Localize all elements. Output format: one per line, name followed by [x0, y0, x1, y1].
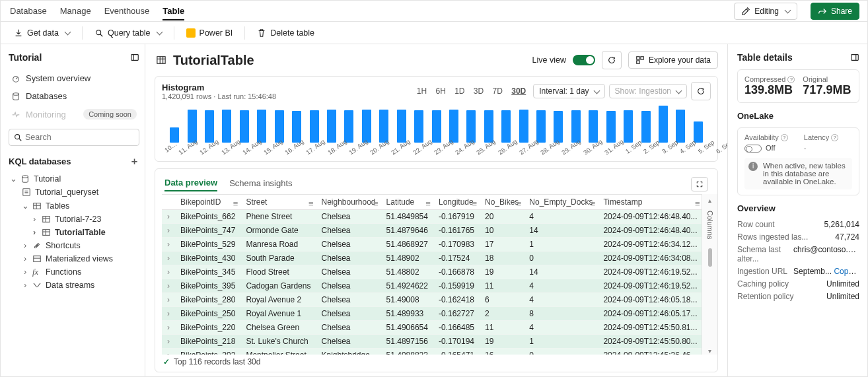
explore-data-button[interactable]: Explore your data [628, 51, 718, 69]
expand-row-icon[interactable]: › [162, 335, 175, 349]
histogram-bar[interactable] [310, 110, 319, 143]
histogram-bar[interactable] [222, 110, 231, 143]
column-menu-icon[interactable]: ≡ [308, 199, 314, 209]
histogram-bar[interactable] [501, 110, 511, 143]
histogram-bar[interactable] [188, 110, 197, 143]
expand-row-icon[interactable]: › [162, 210, 175, 224]
column-header[interactable]: Neighbourhood≡ [316, 195, 380, 210]
fullscreen-button[interactable] [691, 177, 708, 191]
time-range-picker[interactable]: 1H 6H 1D 3D 7D 30D [414, 86, 529, 96]
expand-row-icon[interactable]: › [162, 321, 175, 335]
column-menu-icon[interactable]: ≡ [517, 199, 522, 209]
deletetable-button[interactable]: Delete table [252, 26, 320, 40]
share-button[interactable]: Share [811, 3, 859, 20]
histogram-bar[interactable] [379, 110, 388, 143]
expand-row-icon[interactable]: › [162, 238, 175, 252]
editing-button[interactable]: Editing [734, 3, 797, 20]
histogram-bar[interactable] [205, 110, 214, 143]
info-icon[interactable]: ? [831, 134, 838, 141]
histogram-bar[interactable] [676, 110, 685, 143]
tree-tables[interactable]: ⌄ Tables [9, 199, 139, 213]
tab-manage[interactable]: Manage [60, 2, 91, 20]
histogram-bar[interactable] [641, 111, 651, 143]
expand-row-icon[interactable]: › [162, 265, 175, 279]
nav-system-overview[interactable]: System overview [9, 69, 139, 87]
info-icon[interactable]: ? [787, 76, 795, 83]
tree-functions[interactable]: › fx Functions [9, 265, 139, 279]
collapse-icon[interactable] [130, 53, 139, 62]
liveview-toggle[interactable] [573, 55, 595, 65]
column-menu-icon[interactable]: ≡ [425, 199, 431, 209]
tab-data-preview[interactable]: Data preview [164, 178, 217, 191]
column-menu-icon[interactable]: ≡ [472, 199, 477, 209]
refresh-button[interactable] [602, 51, 622, 69]
histogram-bar[interactable] [432, 110, 441, 143]
column-header[interactable]: Longitude≡ [433, 195, 480, 210]
histogram-bar[interactable] [449, 110, 458, 143]
expand-row-icon[interactable]: › [162, 349, 175, 355]
expand-row-icon[interactable]: › [162, 224, 175, 238]
sidebar-search[interactable] [9, 129, 139, 146]
availability-toggle[interactable] [744, 145, 762, 153]
histogram-bar[interactable] [240, 110, 249, 143]
table-row[interactable]: ›BikePoints_220Chelsea GreenChelsea51.49… [162, 321, 717, 335]
show-dropdown[interactable]: Show: Ingestion [609, 84, 687, 98]
column-header[interactable]: No_Bikes≡ [480, 195, 524, 210]
expand-row-icon[interactable]: › [162, 279, 175, 293]
histogram-bar[interactable] [344, 110, 353, 143]
tab-database[interactable]: Database [10, 2, 47, 20]
tab-schema-insights[interactable]: Schema insights [229, 178, 292, 191]
interval-dropdown[interactable]: Interval: 1 day [533, 84, 604, 98]
table-row[interactable]: ›BikePoints_292Montpelier StreetKnightsb… [162, 349, 717, 355]
histogram-bar[interactable] [327, 110, 336, 143]
querytable-button[interactable]: Query table [89, 26, 167, 40]
column-menu-icon[interactable]: ≡ [591, 199, 596, 209]
scrollbar-thumb[interactable] [708, 248, 712, 267]
column-menu-icon[interactable]: ≡ [695, 199, 700, 209]
tree-queryset[interactable]: Tutorial_queryset [9, 186, 139, 199]
expand-icon[interactable] [850, 53, 859, 62]
table-row[interactable]: ›BikePoints_280Royal Avenue 2Chelsea51.4… [162, 293, 717, 307]
scroll-up-icon[interactable]: ▴ [708, 197, 711, 204]
tab-table[interactable]: Table [163, 2, 184, 20]
histogram-bar[interactable] [694, 121, 703, 143]
search-input[interactable] [22, 131, 135, 143]
getdata-button[interactable]: Get data [9, 26, 75, 40]
table-row[interactable]: ›BikePoints_529Manresa RoadChelsea51.486… [162, 238, 717, 252]
expand-row-icon[interactable]: › [162, 293, 175, 307]
tree-db-tutorial[interactable]: ⌄ Tutorial [9, 172, 139, 186]
table-row[interactable]: ›BikePoints_747Ormonde GateChelsea51.487… [162, 224, 717, 238]
histogram-bar[interactable] [536, 110, 546, 143]
tab-eventhouse[interactable]: Eventhouse [104, 2, 150, 20]
expand-row-icon[interactable]: › [162, 307, 175, 321]
tree-table-tutorialtable[interactable]: › TutorialTable [9, 226, 139, 239]
column-menu-icon[interactable]: ≡ [233, 199, 238, 209]
table-row[interactable]: ›BikePoints_250Royal Avenue 1Chelsea51.4… [162, 307, 717, 321]
tree-matviews[interactable]: › Materialized views [9, 252, 139, 265]
histogram-bar[interactable] [606, 111, 616, 143]
add-database-button[interactable]: ＋ [129, 155, 139, 168]
column-header[interactable]: No_Empty_Docks≡ [524, 195, 598, 210]
table-row[interactable]: ›BikePoints_430South ParadeChelsea51.489… [162, 252, 717, 265]
table-row[interactable]: ›BikePoints_345Flood StreetChelsea51.488… [162, 265, 717, 279]
tree-datastreams[interactable]: › Data streams [9, 279, 139, 292]
histogram-bar[interactable] [589, 110, 598, 143]
histogram-bar[interactable] [414, 110, 423, 143]
info-icon[interactable]: ? [781, 134, 788, 141]
table-row[interactable]: ›BikePoints_218St. Luke's ChurchChelsea5… [162, 335, 717, 349]
column-header[interactable]: Latitude≡ [381, 195, 433, 210]
copy-uri-link[interactable]: Copy URI [834, 267, 859, 276]
column-header[interactable]: Timestamp≡ [598, 195, 702, 210]
expand-row-icon[interactable]: › [162, 252, 175, 265]
tree-table-tutorial723[interactable]: › Tutorial-7-23 [9, 213, 139, 226]
nav-databases[interactable]: Databases [9, 87, 139, 105]
tree-shortcuts[interactable]: › Shortcuts [9, 239, 139, 252]
histogram-bar[interactable] [519, 110, 528, 143]
column-menu-icon[interactable]: ≡ [373, 199, 379, 209]
column-header[interactable]: BikepointID≡ [175, 195, 240, 210]
table-row[interactable]: ›BikePoints_395Cadogan GardensChelsea51.… [162, 279, 717, 293]
columns-side-panel[interactable]: ▴ Columns ▾ [702, 194, 717, 355]
scroll-down-icon[interactable]: ▾ [708, 347, 711, 355]
histogram-bar[interactable] [659, 106, 668, 143]
histogram-bar[interactable] [397, 110, 406, 143]
